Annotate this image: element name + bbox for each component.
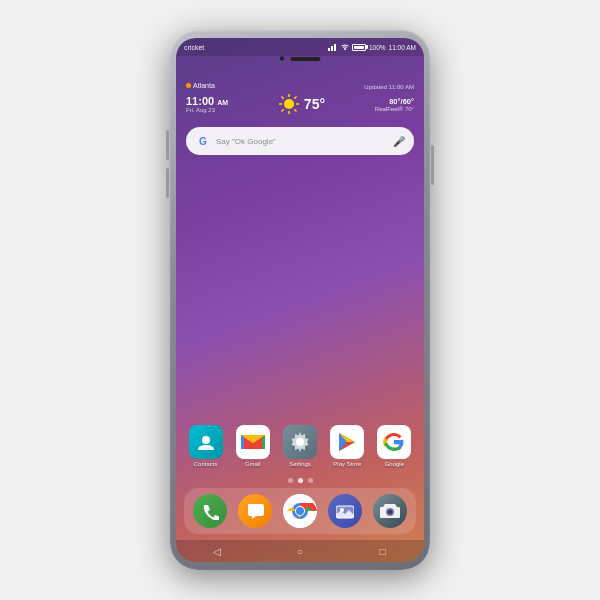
camera-app-icon <box>373 494 407 528</box>
search-bar[interactable]: G Say "Ok Google" 🎤 <box>186 127 414 155</box>
app-settings[interactable]: Settings <box>279 425 321 467</box>
back-button[interactable]: ◁ <box>205 543 229 559</box>
playstore-label: Play Store <box>333 461 361 467</box>
status-icons <box>328 43 366 51</box>
svg-rect-14 <box>262 435 265 449</box>
gallery-app-icon <box>328 494 362 528</box>
page-dot-0[interactable] <box>288 478 293 483</box>
playstore-app-icon <box>330 425 364 459</box>
weather-row: 11:00 AM Fri, Aug 23 <box>186 93 414 115</box>
svg-point-26 <box>387 510 392 515</box>
dock-camera[interactable] <box>369 494 411 528</box>
battery-percent: 100% <box>369 44 386 51</box>
power-button[interactable] <box>431 145 434 185</box>
dock-phone[interactable] <box>189 494 231 528</box>
app-dock <box>184 488 416 534</box>
battery-icon <box>352 44 366 51</box>
page-dots <box>176 475 424 486</box>
signal-icon <box>328 43 338 51</box>
sun-icon <box>278 93 300 115</box>
status-bar: cricket <box>176 38 424 56</box>
contacts-app-icon <box>189 425 223 459</box>
weather-updated: Updated 11:00 AM <box>364 84 414 90</box>
clock: 11:00 AM <box>389 44 416 51</box>
svg-rect-13 <box>241 435 244 449</box>
status-right: 100% 11:00 AM <box>328 43 416 51</box>
phone-app-icon <box>193 494 227 528</box>
gmail-label: Gmail <box>245 461 261 467</box>
weather-time-block: 11:00 AM Fri, Aug 23 <box>186 95 228 113</box>
contacts-label: Contacts <box>194 461 218 467</box>
google-label: Google <box>385 461 404 467</box>
google-app-icon <box>377 425 411 459</box>
svg-line-8 <box>281 97 283 99</box>
volume-down-button[interactable] <box>166 168 169 198</box>
settings-app-icon <box>283 425 317 459</box>
weather-location: Atlanta <box>186 82 215 89</box>
page-dot-1[interactable] <box>298 478 303 483</box>
location-dot-icon <box>186 83 191 88</box>
weather-icon-temp: 75° <box>278 93 325 115</box>
weather-date: Fri, Aug 23 <box>186 107 228 113</box>
messages-app-icon <box>238 494 272 528</box>
settings-label: Settings <box>289 461 311 467</box>
svg-point-12 <box>202 436 210 444</box>
svg-line-9 <box>294 109 296 111</box>
phone-device: cricket <box>170 30 430 570</box>
svg-rect-1 <box>331 46 333 51</box>
home-button[interactable]: ○ <box>288 543 312 559</box>
app-google[interactable]: Google <box>373 425 415 467</box>
wallpaper-area <box>176 155 424 419</box>
svg-rect-0 <box>328 48 330 51</box>
phone-screen: cricket <box>176 38 424 562</box>
recents-button[interactable]: □ <box>371 543 395 559</box>
speaker-grille <box>291 57 321 61</box>
front-camera <box>280 56 285 61</box>
gmail-app-icon <box>236 425 270 459</box>
dock-chrome[interactable] <box>279 494 321 528</box>
svg-rect-2 <box>334 44 336 51</box>
weather-widget: Atlanta Updated 11:00 AM 11:00 AM Fri, A… <box>176 78 424 119</box>
chrome-app-icon <box>283 494 317 528</box>
app-row: Contacts Gmail <box>182 425 418 467</box>
weather-temp: 75° <box>304 96 325 112</box>
app-gmail[interactable]: Gmail <box>232 425 274 467</box>
app-grid: Contacts Gmail <box>176 419 424 475</box>
search-input[interactable]: Say "Ok Google" <box>216 137 394 146</box>
dock-messages[interactable] <box>234 494 276 528</box>
google-g-icon: G <box>196 134 210 148</box>
dock-gallery[interactable] <box>324 494 366 528</box>
sensor-area <box>280 56 321 61</box>
page-dot-2[interactable] <box>308 478 313 483</box>
weather-highlow: 80°/60° RealFeel® 70° <box>375 97 414 112</box>
navigation-bar: ◁ ○ □ <box>176 540 424 562</box>
app-playstore[interactable]: Play Store <box>326 425 368 467</box>
svg-point-23 <box>296 507 304 515</box>
weather-time: 11:00 AM <box>186 95 228 107</box>
app-contacts[interactable]: Contacts <box>185 425 227 467</box>
svg-line-10 <box>294 97 296 99</box>
svg-point-3 <box>284 99 294 109</box>
mic-icon[interactable]: 🎤 <box>394 134 404 148</box>
svg-line-11 <box>281 109 283 111</box>
wifi-icon <box>340 43 350 51</box>
carrier-label: cricket <box>184 44 204 51</box>
volume-up-button[interactable] <box>166 130 169 160</box>
